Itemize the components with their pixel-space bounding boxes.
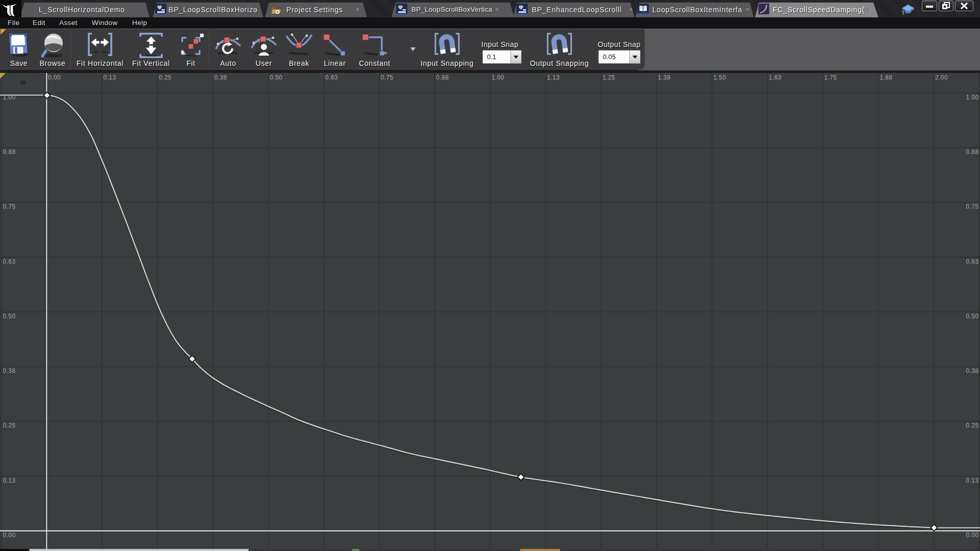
svg-text:0.13: 0.13 [104, 74, 116, 81]
svg-text:0.38: 0.38 [966, 367, 979, 374]
svg-text:1.88: 1.88 [879, 74, 892, 81]
svg-text:0.50: 0.50 [3, 313, 16, 320]
svg-text:0.88: 0.88 [436, 74, 449, 81]
svg-text:0.13: 0.13 [966, 477, 979, 484]
svg-text:0.25: 0.25 [966, 422, 979, 429]
svg-text:0.63: 0.63 [966, 258, 979, 265]
svg-text:0.63: 0.63 [325, 74, 338, 81]
svg-text:1.25: 1.25 [602, 74, 615, 81]
svg-text:0.88: 0.88 [3, 148, 16, 156]
svg-text:1.38: 1.38 [658, 74, 671, 81]
svg-text:1.00: 1.00 [492, 74, 504, 81]
svg-text:0.25: 0.25 [3, 422, 16, 429]
svg-text:0.75: 0.75 [966, 203, 979, 210]
svg-text:0.63: 0.63 [3, 258, 16, 265]
svg-text:0.75: 0.75 [3, 203, 16, 210]
svg-text:0.13: 0.13 [3, 477, 16, 484]
svg-text:0.00: 0.00 [3, 532, 16, 539]
svg-text:0.88: 0.88 [966, 148, 979, 156]
svg-text:0.00: 0.00 [966, 532, 979, 539]
svg-text:1.00: 1.00 [966, 94, 979, 101]
svg-text:2.00: 2.00 [935, 74, 948, 81]
svg-text:0.38: 0.38 [3, 367, 16, 374]
svg-text:0.38: 0.38 [214, 74, 227, 81]
svg-text:0.25: 0.25 [159, 74, 172, 81]
svg-text:0.75: 0.75 [381, 74, 394, 81]
svg-text:1.13: 1.13 [547, 74, 560, 81]
svg-text:1.00: 1.00 [3, 94, 16, 101]
svg-text:1.75: 1.75 [824, 74, 837, 81]
svg-text:0.50: 0.50 [270, 74, 282, 81]
svg-text:0.00: 0.00 [48, 74, 61, 81]
svg-text:1.50: 1.50 [714, 74, 726, 81]
svg-text:0.50: 0.50 [966, 313, 979, 320]
svg-text:1.63: 1.63 [769, 74, 781, 81]
